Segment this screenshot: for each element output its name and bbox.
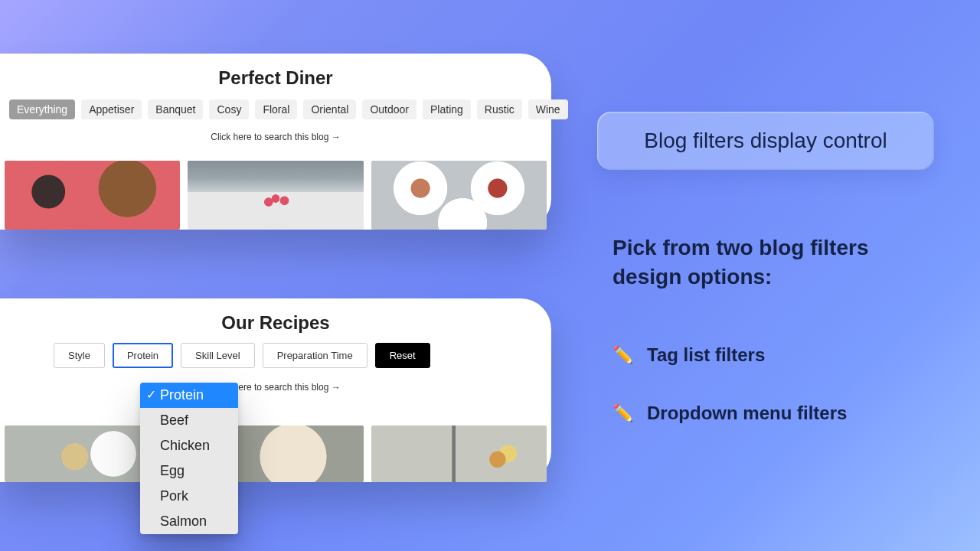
card-dropdown-filters: Our Recipes StyleProteinSkill LevelPrepa… <box>0 298 551 482</box>
dropdown-selector[interactable]: Protein <box>113 343 173 368</box>
tag-filter[interactable]: Everything <box>9 99 75 119</box>
intro-text: Pick from two blog filters design option… <box>612 233 903 292</box>
dropdown-item[interactable]: Protein <box>140 383 238 408</box>
search-hint-2[interactable]: Click here to search this blog → <box>0 382 551 393</box>
blog-title-1: Perfect Diner <box>0 67 551 89</box>
arrow-right-icon: → <box>332 132 341 142</box>
blog-title-2: Our Recipes <box>0 312 551 334</box>
dropdown-item[interactable]: Egg <box>140 458 238 484</box>
search-hint-1[interactable]: Click here to search this blog → <box>0 132 551 142</box>
dropdown-item[interactable]: Salmon <box>140 509 238 534</box>
gallery-image[interactable] <box>188 161 363 230</box>
gallery-image[interactable] <box>371 161 547 230</box>
tag-filter[interactable]: Banquet <box>148 99 203 119</box>
pencil-icon: ✏️ <box>612 403 633 423</box>
tag-filter[interactable]: Appetiser <box>81 99 142 119</box>
tag-filter[interactable]: Wine <box>528 99 568 119</box>
arrow-right-icon: → <box>332 382 341 393</box>
dropdown-selector-row: StyleProteinSkill LevelPreparation TimeR… <box>54 343 551 368</box>
feature-bullet: ✏️Dropdown menu filters <box>612 403 847 424</box>
pencil-icon: ✏️ <box>612 345 633 365</box>
feature-bullet-list: ✏️Tag list filters✏️Dropdown menu filter… <box>612 344 847 461</box>
dropdown-item[interactable]: Chicken <box>140 433 238 458</box>
dropdown-selector[interactable]: Style <box>54 343 105 368</box>
search-hint-text: Click here to search this blog <box>211 132 328 142</box>
dropdown-item[interactable]: Pork <box>140 484 238 509</box>
feature-bullet-label: Tag list filters <box>647 344 765 366</box>
feature-bullet-label: Dropdown menu filters <box>647 403 847 424</box>
gallery-image[interactable] <box>371 425 547 482</box>
tag-filter[interactable]: Cosy <box>209 99 249 119</box>
card-tag-filters: Perfect Diner EverythingAppetiserBanquet… <box>0 54 551 230</box>
dropdown-selector[interactable]: Preparation Time <box>263 343 368 368</box>
dropdown-item[interactable]: Beef <box>140 408 238 433</box>
tag-filter[interactable]: Plating <box>423 99 471 119</box>
tag-list: EverythingAppetiserBanquetCosyFloralOrie… <box>0 89 551 119</box>
tag-filter[interactable]: Rustic <box>477 99 522 119</box>
feature-badge: Blog filters display control <box>597 112 934 170</box>
protein-dropdown-menu[interactable]: ProteinBeefChickenEggPorkSalmon <box>140 383 238 534</box>
image-gallery-1 <box>0 161 551 230</box>
reset-button[interactable]: Reset <box>375 343 430 368</box>
tag-filter[interactable]: Oriental <box>303 99 356 119</box>
tag-filter[interactable]: Outdoor <box>362 99 416 119</box>
feature-bullet: ✏️Tag list filters <box>612 344 847 366</box>
dropdown-selector[interactable]: Skill Level <box>181 343 255 368</box>
gallery-image[interactable] <box>5 161 180 230</box>
tag-filter[interactable]: Floral <box>255 99 297 119</box>
image-gallery-2 <box>0 425 551 482</box>
